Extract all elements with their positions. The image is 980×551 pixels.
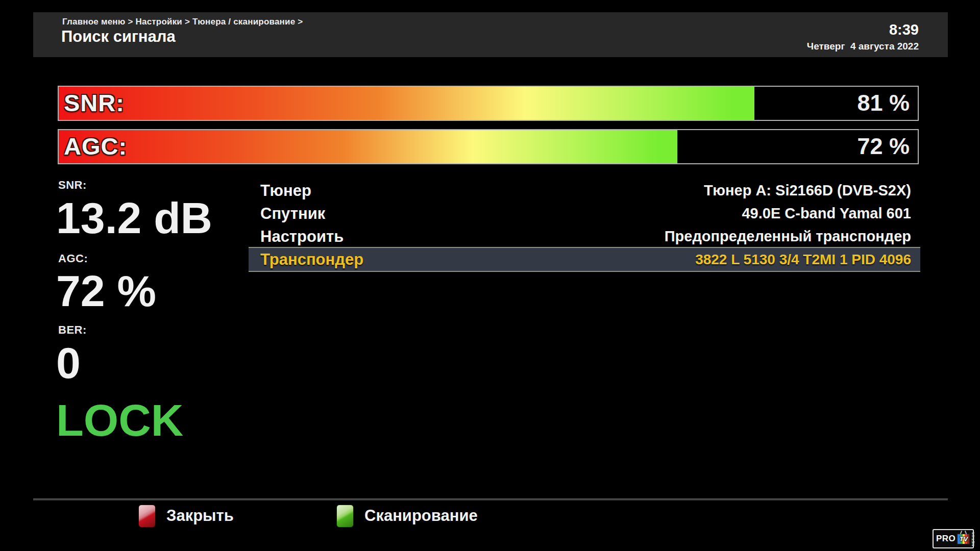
settings-row-label: Транспондер: [260, 251, 363, 269]
settings-row-value: 49.0E C-band Yamal 601: [742, 205, 911, 222]
snr-signal-bar: SNR: 81 %: [58, 86, 919, 121]
settings-row-transponder[interactable]: Транспондер 3822 L 5130 3/4 T2MI 1 PID 4…: [249, 247, 920, 272]
agc-bar-value: 72 %: [857, 133, 910, 159]
snr-bar-value: 81 %: [857, 89, 910, 116]
settings-row-tuner[interactable]: Тюнер Тюнер A: Si2166D (DVB-S2X): [249, 179, 920, 202]
settings-row-satellite[interactable]: Спутник 49.0E C-band Yamal 601: [249, 202, 920, 225]
clock: 8:39: [889, 21, 919, 38]
settings-row-value: 3822 L 5130 3/4 T2MI 1 PID 4096: [695, 252, 911, 268]
brand-logo-net-text: NET.UA: [971, 532, 975, 546]
settings-row-tune-mode[interactable]: Настроить Предопределенный транспондер: [249, 225, 920, 248]
ber-readout-label: BER:: [58, 323, 87, 337]
green-key-icon: [336, 505, 354, 528]
date-label: Четверг 4 августа 2022: [807, 41, 919, 52]
settings-row-label: Спутник: [260, 205, 325, 223]
tv-icon-label: TV: [960, 535, 968, 543]
settings-row-label: Тюнер: [260, 182, 311, 200]
ber-readout-value: 0: [56, 341, 81, 385]
header-bar: Главное меню > Настройки > Тюнера / скан…: [33, 12, 948, 57]
settings-row-value: Предопределенный транспондер: [665, 228, 911, 245]
red-key-icon: [138, 505, 156, 528]
scan-button[interactable]: Сканирование: [336, 504, 478, 528]
agc-bar-label: AGC:: [64, 132, 127, 160]
signal-search-screen: Главное меню > Настройки > Тюнера / скан…: [0, 0, 980, 551]
close-button-label: Закрыть: [166, 507, 234, 525]
snr-readout-value: 13.2 dB: [56, 196, 212, 240]
brand-logo-pro-text: PRO: [936, 534, 955, 544]
snr-readout-label: SNR:: [58, 179, 87, 192]
agc-bar-fill: [59, 130, 677, 163]
footer-divider: [33, 498, 948, 500]
snr-bar-fill: [59, 87, 754, 120]
brand-logo: PRO TV NET.UA: [933, 529, 974, 548]
lock-status: LOCK: [56, 398, 183, 443]
agc-readout-value: 72 %: [56, 269, 156, 313]
breadcrumb: Главное меню > Настройки > Тюнера / скан…: [62, 17, 303, 27]
agc-readout-label: AGC:: [58, 252, 88, 265]
settings-row-label: Настроить: [260, 228, 344, 246]
settings-row-value: Тюнер A: Si2166D (DVB-S2X): [704, 182, 911, 199]
snr-bar-label: SNR:: [64, 89, 125, 117]
scan-button-label: Сканирование: [364, 507, 478, 525]
page-title: Поиск сигнала: [61, 28, 176, 46]
agc-signal-bar: AGC: 72 %: [58, 129, 919, 164]
close-button[interactable]: Закрыть: [138, 504, 234, 528]
tv-icon: TV: [957, 533, 970, 545]
